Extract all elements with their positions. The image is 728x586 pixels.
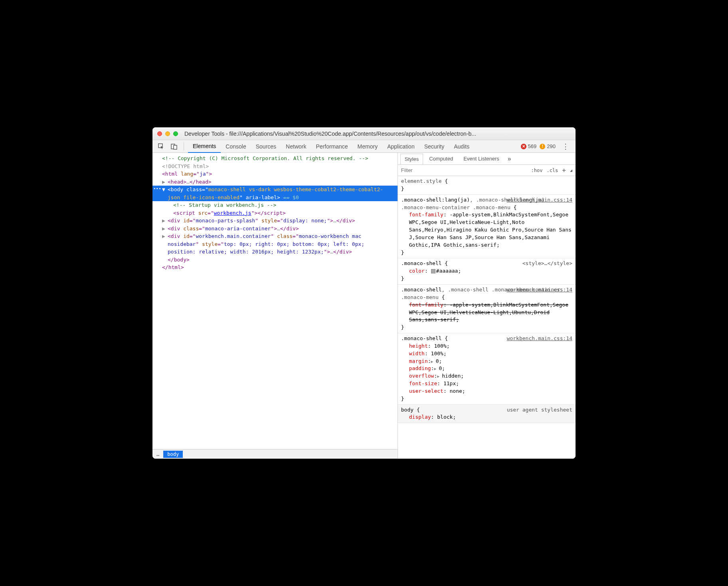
- styles-sidebar: Styles Computed Event Listeners » :hov .…: [398, 153, 576, 459]
- tab-elements[interactable]: Elements: [188, 140, 221, 153]
- dom-html-close[interactable]: </html>: [152, 263, 398, 271]
- minimize-button[interactable]: [165, 131, 170, 136]
- main-toolbar: Elements Console Sources Network Perform…: [152, 140, 576, 153]
- traffic-lights: [157, 131, 178, 136]
- source-link: user agent stylesheet: [507, 406, 572, 414]
- panel-tabs: Elements Console Sources Network Perform…: [188, 140, 474, 153]
- error-count[interactable]: ✕569: [521, 143, 537, 149]
- rule-user-agent[interactable]: user agent stylesheet body { display: bl…: [398, 405, 576, 424]
- warning-icon: !: [540, 144, 545, 149]
- source-link[interactable]: workbench.main.css:14: [507, 335, 572, 342]
- expand-shorthand-icon[interactable]: ▶: [434, 366, 439, 371]
- rule-shell-box[interactable]: workbench.main.css:14 .monaco-shell { he…: [398, 333, 576, 405]
- tab-sources[interactable]: Sources: [251, 140, 281, 153]
- breadcrumb-overflow[interactable]: …: [152, 451, 163, 457]
- expand-icon[interactable]: ▶: [162, 178, 165, 186]
- dom-div-splash[interactable]: ▶<div id="monaco-parts-splash" style="di…: [152, 217, 398, 225]
- maximize-button[interactable]: [173, 131, 178, 136]
- cls-toggle[interactable]: .cls: [546, 168, 558, 173]
- titlebar[interactable]: Developer Tools - file:///Applications/V…: [152, 127, 576, 140]
- breadcrumb-body[interactable]: body: [163, 451, 183, 458]
- dom-startup-comment[interactable]: <!-- Startup via workbench.js -->: [152, 201, 398, 209]
- more-menu-icon[interactable]: ⋮: [559, 142, 572, 151]
- new-rule-icon[interactable]: +: [562, 166, 566, 174]
- svg-rect-2: [174, 145, 177, 149]
- dom-body-selected[interactable]: •••▼<body class="monaco-shell vs-dark we…: [152, 186, 398, 201]
- dom-tree[interactable]: <!-- Copyright (C) Microsoft Corporation…: [152, 153, 398, 449]
- expand-icon[interactable]: ▶: [162, 225, 165, 233]
- content-area: <!-- Copyright (C) Microsoft Corporation…: [152, 153, 576, 459]
- expand-icon[interactable]: ▶: [162, 217, 165, 225]
- source-link[interactable]: workbench.main.css:14: [507, 196, 572, 204]
- rule-element-style[interactable]: element.style { }: [398, 176, 576, 195]
- more-tabs-icon[interactable]: »: [505, 155, 514, 162]
- dom-html[interactable]: <html lang="ja">: [152, 170, 398, 178]
- tab-computed[interactable]: Computed: [425, 153, 457, 164]
- toolbar-right: ✕569 !290 ⋮: [521, 142, 572, 151]
- filter-input[interactable]: [401, 167, 531, 173]
- dom-div-workbench[interactable]: ▶<div id="workbench.main.container" clas…: [152, 232, 398, 256]
- rule-lang-ja[interactable]: workbench.main.css:14 .monaco-shell:lang…: [398, 195, 576, 259]
- expand-shorthand-icon[interactable]: ▶: [437, 374, 442, 378]
- filter-row: :hov .cls + ◢: [398, 165, 576, 176]
- tab-application[interactable]: Application: [382, 140, 419, 153]
- tab-styles[interactable]: Styles: [400, 154, 423, 164]
- rule-font-overridden[interactable]: workbench.main.css:14 .monaco-shell, .mo…: [398, 285, 576, 333]
- devtools-window: Developer Tools - file:///Applications/V…: [152, 127, 576, 459]
- tab-event-listeners[interactable]: Event Listeners: [459, 153, 504, 164]
- breadcrumb: … body: [152, 449, 398, 459]
- expand-shorthand-icon[interactable]: ▶: [431, 359, 436, 364]
- expand-icon[interactable]: ▶: [162, 232, 165, 240]
- inspect-icon[interactable]: [156, 141, 167, 152]
- source-link[interactable]: <style>…</style>: [522, 260, 572, 267]
- collapse-icon[interactable]: ▼: [162, 186, 165, 194]
- filter-controls: :hov .cls + ◢: [531, 166, 572, 174]
- tab-memory[interactable]: Memory: [353, 140, 383, 153]
- source-link[interactable]: workbench.main.css:14: [507, 286, 572, 294]
- dom-div-aria[interactable]: ▶<div class="monaco-aria-container">…</d…: [152, 225, 398, 233]
- tab-console[interactable]: Console: [221, 140, 251, 153]
- styles-list[interactable]: element.style { } workbench.main.css:14 …: [398, 176, 576, 459]
- elements-panel: <!-- Copyright (C) Microsoft Corporation…: [152, 153, 398, 459]
- pin-icon[interactable]: ◢: [570, 168, 572, 172]
- error-icon: ✕: [521, 144, 526, 149]
- dom-head[interactable]: ▶<head>…</head>: [152, 178, 398, 186]
- window-title: Developer Tools - file:///Applications/V…: [184, 131, 571, 137]
- dom-body-close[interactable]: </body>: [152, 256, 398, 264]
- dom-script[interactable]: <script src="workbench.js"></script>: [152, 209, 398, 217]
- device-icon[interactable]: [168, 141, 180, 152]
- color-swatch-icon[interactable]: [431, 269, 435, 273]
- rule-color[interactable]: <style>…</style> .monaco-shell { color: …: [398, 258, 576, 285]
- separator: [184, 143, 184, 150]
- tab-audits[interactable]: Audits: [449, 140, 474, 153]
- close-button[interactable]: [157, 131, 162, 136]
- tab-network[interactable]: Network: [281, 140, 311, 153]
- gutter-dots-icon[interactable]: •••: [153, 186, 161, 192]
- sidebar-tabs: Styles Computed Event Listeners »: [398, 153, 576, 165]
- dom-comment[interactable]: <!-- Copyright (C) Microsoft Corporation…: [152, 154, 398, 162]
- warning-count[interactable]: !290: [540, 143, 556, 149]
- hov-toggle[interactable]: :hov: [531, 168, 543, 173]
- dom-doctype[interactable]: <!DOCTYPE html>: [152, 162, 398, 170]
- tab-performance[interactable]: Performance: [311, 140, 352, 153]
- tab-security[interactable]: Security: [419, 140, 449, 153]
